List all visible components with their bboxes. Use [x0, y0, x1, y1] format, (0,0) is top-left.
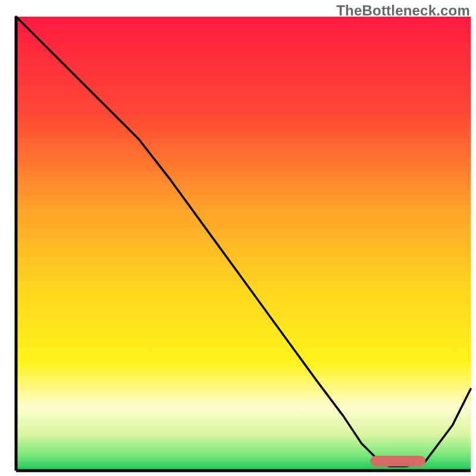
bottleneck-chart [0, 0, 476, 476]
optimal-zone-marker [371, 456, 425, 466]
